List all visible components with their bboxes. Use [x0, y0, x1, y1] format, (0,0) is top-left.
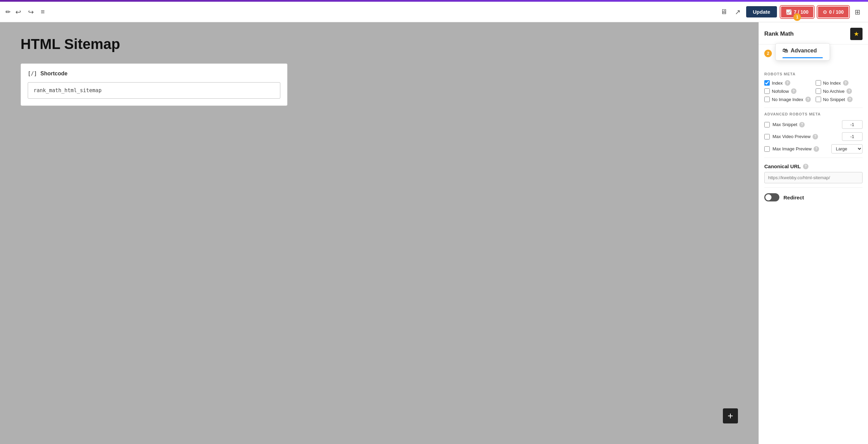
max-snippet-label-group: Max Snippet ?: [773, 122, 839, 127]
redirect-toggle[interactable]: [764, 193, 779, 201]
seo-score-button[interactable]: ⊙ 0 / 100: [817, 6, 849, 18]
redirect-label: Redirect: [783, 195, 804, 200]
noarchive-help-icon[interactable]: ?: [846, 88, 852, 94]
advanced-robots-label: ADVANCED ROBOTS META: [764, 112, 863, 116]
max-image-help-icon[interactable]: ?: [814, 146, 819, 152]
max-image-label-group: Max Image Preview ?: [773, 146, 829, 152]
rank-icon: 📈: [786, 9, 792, 15]
noimageindex-row: No Image Index ?: [764, 97, 812, 102]
advanced-tab-underline: [782, 57, 823, 58]
max-video-help-icon[interactable]: ?: [813, 134, 818, 139]
index-label: Index: [772, 81, 783, 86]
noindex-checkbox[interactable]: [816, 80, 821, 86]
sidebar-header: Rank Math ★: [759, 22, 868, 45]
index-row: Index ?: [764, 80, 812, 86]
redirect-slider: [764, 193, 779, 201]
star-button[interactable]: ★: [850, 28, 863, 40]
undo-button[interactable]: ↩: [13, 6, 23, 18]
toolbar-right: 🖥 ↗ Update 📈 7 / 100 1 ⊙ 0 / 100 ⊞: [718, 6, 863, 18]
canonical-help-icon[interactable]: ?: [803, 164, 808, 169]
noindex-row: No Index ?: [816, 80, 863, 86]
max-image-label: Max Image Preview: [773, 146, 812, 151]
edit-icon[interactable]: ✏: [5, 8, 11, 16]
sidebar-content: ROBOTS META Index ? No Index ? Nofoll: [759, 65, 868, 444]
advanced-tab-label[interactable]: Advanced: [791, 48, 817, 54]
advanced-popup-label: 🛍 Advanced: [782, 48, 823, 57]
menu-button[interactable]: ≡: [39, 6, 47, 18]
tab-badge: 2: [764, 50, 772, 57]
max-snippet-input[interactable]: [842, 120, 863, 129]
nofollow-label: Nofollow: [772, 89, 789, 94]
top-toolbar: ✏ ↩ ↪ ≡ 🖥 ↗ Update 📈 7 / 100 1 ⊙ 0 / 100…: [0, 2, 868, 22]
max-video-row: Max Video Preview ?: [764, 132, 863, 141]
rank-badge: 1: [793, 13, 801, 21]
editor-area: HTML Sitemap [/] Shortcode rank_math_htm…: [0, 22, 758, 444]
rank-score-button[interactable]: 📈 7 / 100 1: [780, 6, 814, 18]
noindex-help-icon[interactable]: ?: [843, 80, 848, 86]
canonical-label: Canonical URL: [764, 163, 801, 169]
nofollow-row: Nofollow ?: [764, 88, 812, 94]
shortcode-value: rank_math_html_sitemap: [34, 87, 102, 94]
sidebar-toggle-button[interactable]: ⊞: [853, 6, 863, 18]
canonical-section: Canonical URL ?: [764, 163, 863, 183]
nosnippet-help-icon[interactable]: ?: [847, 97, 853, 102]
max-video-label: Max Video Preview: [773, 134, 810, 139]
update-button[interactable]: Update: [746, 6, 777, 17]
robots-meta-grid: Index ? No Index ? Nofollow ?: [764, 80, 863, 102]
nofollow-checkbox[interactable]: [764, 88, 770, 94]
max-image-select[interactable]: Large None Standard: [831, 144, 863, 153]
tab-area: 2 🛍 Advanced 📄 ✂: [759, 45, 868, 65]
noarchive-row: No Archive ?: [816, 88, 863, 94]
noimageindex-checkbox[interactable]: [764, 97, 770, 102]
external-link-icon[interactable]: ↗: [733, 6, 743, 18]
shortcode-input-wrap[interactable]: rank_math_html_sitemap: [28, 82, 280, 99]
nosnippet-label: No Snippet: [823, 97, 845, 102]
redo-button[interactable]: ↪: [26, 6, 36, 18]
max-video-label-group: Max Video Preview ?: [773, 134, 839, 139]
page-title: HTML Sitemap: [21, 36, 738, 52]
shortcode-block: [/] Shortcode rank_math_html_sitemap: [21, 63, 288, 106]
noimageindex-help-icon[interactable]: ?: [805, 97, 811, 102]
noarchive-label: No Archive: [823, 89, 845, 94]
nosnippet-row: No Snippet ?: [816, 97, 863, 102]
seo-score-icon: ⊙: [823, 9, 827, 15]
divider-1: [764, 108, 863, 108]
add-block-button[interactable]: +: [723, 408, 738, 423]
noarchive-checkbox[interactable]: [816, 88, 821, 94]
sidebar-title: Rank Math: [764, 30, 794, 37]
canonical-label-group: Canonical URL ?: [764, 163, 863, 169]
shortcode-label: Shortcode: [40, 71, 67, 77]
nosnippet-checkbox[interactable]: [816, 97, 821, 102]
index-help-icon[interactable]: ?: [785, 80, 790, 86]
canonical-input[interactable]: [764, 172, 863, 183]
divider-3: [764, 187, 863, 188]
shortcode-header: [/] Shortcode: [28, 71, 280, 77]
max-snippet-label: Max Snippet: [773, 122, 797, 127]
tab-row: 2 🛍 Advanced 📄 ✂: [764, 45, 863, 62]
preview-desktop-icon[interactable]: 🖥: [718, 6, 729, 18]
max-image-row: Max Image Preview ? Large None Standard: [764, 144, 863, 153]
advanced-tab-icon: 🛍: [782, 48, 788, 54]
max-image-checkbox[interactable]: [764, 146, 770, 152]
main-layout: HTML Sitemap [/] Shortcode rank_math_htm…: [0, 22, 868, 444]
noindex-label: No Index: [823, 81, 841, 86]
shortcode-bracket-icon: [/]: [28, 71, 37, 77]
max-snippet-help-icon[interactable]: ?: [799, 122, 805, 127]
right-sidebar: Rank Math ★ 2 🛍 Advanced 📄 ✂: [758, 22, 868, 444]
max-video-input[interactable]: [842, 132, 863, 141]
noimageindex-label: No Image Index: [772, 97, 803, 102]
toolbar-left: ✏ ↩ ↪ ≡: [5, 6, 714, 18]
max-snippet-checkbox[interactable]: [764, 122, 770, 127]
max-snippet-row: Max Snippet ?: [764, 120, 863, 129]
robots-meta-label: ROBOTS META: [764, 72, 863, 76]
seo-score-value: 0 / 100: [829, 9, 844, 15]
divider-2: [764, 158, 863, 158]
advanced-popup: 🛍 Advanced: [775, 43, 830, 61]
nofollow-help-icon[interactable]: ?: [791, 88, 796, 94]
index-checkbox[interactable]: [764, 80, 770, 86]
max-video-checkbox[interactable]: [764, 134, 770, 139]
redirect-row: Redirect: [764, 193, 863, 201]
